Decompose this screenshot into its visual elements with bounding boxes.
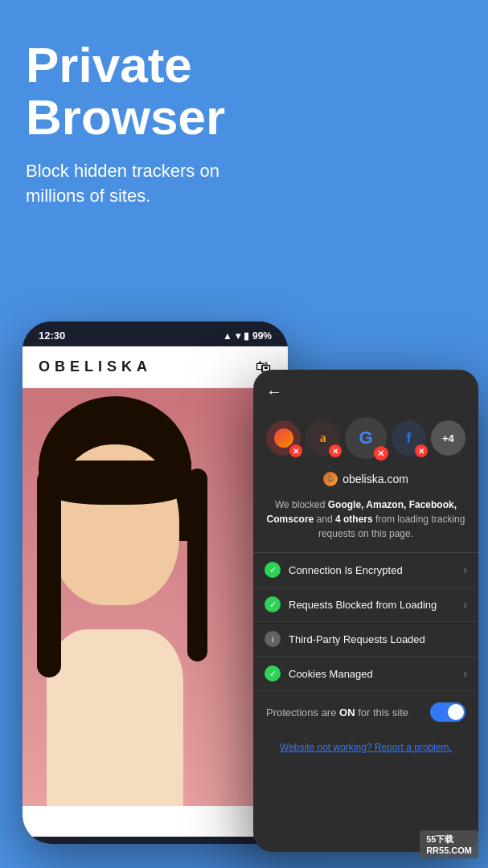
check-icon-requests: ✓ xyxy=(265,596,281,612)
site-domain-row: 🦆 obeliska.com xyxy=(253,469,478,493)
blocked-badge-2: ✕ xyxy=(329,444,342,457)
report-problem-link[interactable]: Website not working? Report a problem. xyxy=(280,742,452,753)
tracker-icons-row: ✕ a ✕ G ✕ f ✕ +4 xyxy=(253,411,478,469)
blocked-badge-3: ✕ xyxy=(374,446,388,461)
toggle-thumb xyxy=(448,704,464,720)
panel-bottom-link: Website not working? Report a problem. xyxy=(253,733,478,764)
back-button[interactable]: ← xyxy=(266,383,282,401)
wifi-icon: ▾ xyxy=(236,330,240,342)
bangs xyxy=(40,461,191,505)
side-hair-left xyxy=(37,469,61,678)
side-hair-right xyxy=(187,469,207,661)
hero-title: PrivateBrowser xyxy=(26,39,462,143)
tracker-count-extra: +4 xyxy=(431,420,465,456)
info-icon-thirdparty: i xyxy=(265,631,281,647)
protections-on-label: ON xyxy=(339,706,355,719)
status-right: ▲ ▾ ▮ 99% xyxy=(223,330,272,342)
blocked-badge-4: ✕ xyxy=(415,444,428,457)
battery-icon: ▮ xyxy=(244,330,249,342)
status-time: 12:30 xyxy=(39,330,65,342)
blocked-description: We blocked Google, Amazon, Facebook, Com… xyxy=(253,493,478,552)
protections-toggle[interactable] xyxy=(430,702,465,722)
chevron-right-encrypted: › xyxy=(463,563,467,576)
privacy-panel: ← ✕ a ✕ G ✕ f ✕ xyxy=(253,370,478,852)
blocked-badge-1: ✕ xyxy=(289,444,302,457)
tracker-icon-google: G ✕ xyxy=(345,417,386,459)
panel-header: ← xyxy=(253,370,478,411)
website-image xyxy=(23,388,288,806)
amazon-icon: a xyxy=(320,431,326,445)
chevron-right-requests: › xyxy=(463,598,467,611)
chevron-right-cookies: › xyxy=(463,667,467,680)
protection-list: ✓ Connection Is Encrypted › ✓ Requests B… xyxy=(253,552,478,691)
hero-section: PrivateBrowser Block hidden trackers onm… xyxy=(0,0,488,254)
battery-percent: 99% xyxy=(252,330,272,342)
blocked-count: 4 others xyxy=(335,514,373,525)
google-icon: G xyxy=(359,428,372,448)
protections-footer: Protections are ON for this site xyxy=(253,691,478,733)
ddg-icon: 🦆 xyxy=(323,472,338,486)
facebook-icon: f xyxy=(406,430,411,447)
watermark: 55下载RR55.COM xyxy=(420,830,478,858)
protection-label-encrypted: Connection Is Encrypted xyxy=(289,564,455,576)
check-icon-cookies: ✓ xyxy=(265,665,281,682)
site-domain-text: obeliska.com xyxy=(342,473,408,485)
protection-item-requests[interactable]: ✓ Requests Blocked from Loading › xyxy=(253,588,478,622)
protection-label-thirdparty: Third-Party Requests Loaded xyxy=(289,633,467,645)
phone-content: OBELISKA 🛍 xyxy=(23,346,288,837)
protection-label-cookies: Cookies Managed xyxy=(289,668,455,680)
website-header: OBELISKA 🛍 xyxy=(23,346,288,388)
signal-icon: ▲ xyxy=(223,330,232,342)
protection-item-cookies[interactable]: ✓ Cookies Managed › xyxy=(253,657,478,691)
protection-label-requests: Requests Blocked from Loading xyxy=(289,599,455,611)
phone-area: 12:30 ▲ ▾ ▮ 99% OBELISKA 🛍 xyxy=(0,321,488,868)
body xyxy=(47,629,183,806)
tracker-unknown-icon xyxy=(274,428,293,448)
protections-text: Protections are ON for this site xyxy=(266,706,408,719)
hero-subtitle: Block hidden trackers onmillions of site… xyxy=(26,159,462,209)
website-logo: OBELISKA xyxy=(39,358,152,375)
phone-main: 12:30 ▲ ▾ ▮ 99% OBELISKA 🛍 xyxy=(23,321,288,844)
protection-item-thirdparty: i Third-Party Requests Loaded xyxy=(253,622,478,657)
tracker-icon-amazon: a ✕ xyxy=(306,420,340,456)
check-icon-encrypted: ✓ xyxy=(265,562,281,578)
protection-item-encrypted[interactable]: ✓ Connection Is Encrypted › xyxy=(253,553,478,588)
tracker-icon-facebook: f ✕ xyxy=(392,420,426,456)
status-bar: 12:30 ▲ ▾ ▮ 99% xyxy=(23,321,288,346)
tracker-icon-unknown: ✕ xyxy=(266,420,301,456)
